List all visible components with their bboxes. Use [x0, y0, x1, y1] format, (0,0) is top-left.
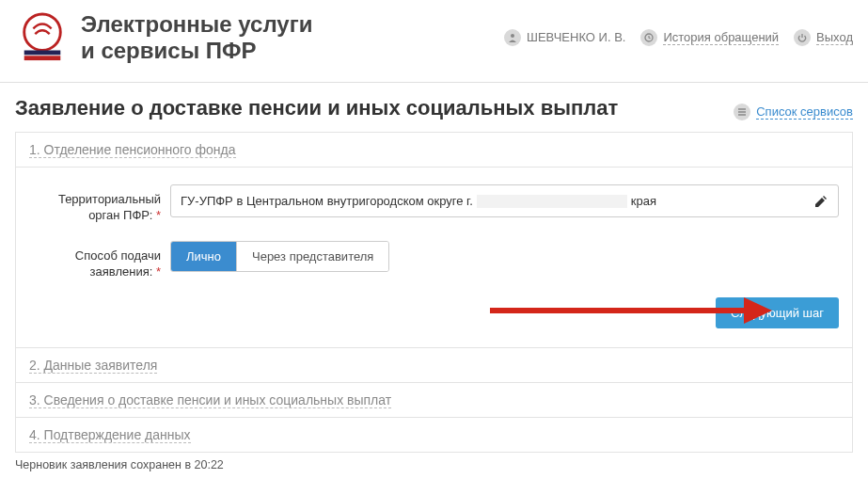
section-1-body: Территориальный орган ПФР: * ГУ-УПФР в Ц… — [16, 168, 852, 348]
next-step-row: Следующий шаг — [29, 297, 839, 328]
section-4-link[interactable]: 4. Подтверждение данных — [29, 427, 191, 443]
section-3-head[interactable]: 3. Сведения о доставке пенсии и иных соц… — [16, 383, 852, 418]
section-1-link[interactable]: 1. Отделение пенсионного фонда — [29, 142, 236, 158]
section-3-link[interactable]: 3. Сведения о доставке пенсии и иных соц… — [29, 392, 391, 408]
next-step-button[interactable]: Следующий шаг — [716, 297, 839, 328]
page-title: Заявление о доставке пенсии и иных социа… — [15, 96, 618, 120]
header-right: ШЕВЧЕНКО И. В. История обращений Выход — [504, 29, 853, 46]
territorial-value-suffix: края — [631, 194, 656, 208]
pfr-logo — [15, 12, 70, 63]
territorial-label: Территориальный орган ПФР: * — [29, 184, 170, 224]
page-header: Электронные услуги и сервисы ПФР ШЕВЧЕНК… — [0, 0, 868, 83]
services-list-link[interactable]: Список сервисов — [734, 104, 853, 120]
services-list-label[interactable]: Список сервисов — [756, 104, 853, 120]
logo-area: Электронные услуги и сервисы ПФР — [15, 11, 312, 63]
row-submission-method: Способ подачи заявления: * Лично Через п… — [29, 241, 839, 280]
user-menu[interactable]: ШЕВЧЕНКО И. В. — [504, 29, 625, 46]
accordion: 1. Отделение пенсионного фонда Территори… — [15, 132, 853, 453]
territorial-value-prefix: ГУ-УПФР в Центральном внутригородском ок… — [181, 194, 473, 208]
section-2-link[interactable]: 2. Данные заявителя — [29, 358, 157, 374]
user-name: ШЕВЧЕНКО И. В. — [527, 30, 625, 44]
svg-rect-2 — [24, 56, 61, 60]
history-link[interactable]: История обращений — [640, 29, 779, 46]
toggle-representative[interactable]: Через представителя — [236, 242, 388, 271]
territorial-input[interactable]: ГУ-УПФР в Центральном внутригородском ок… — [170, 184, 839, 217]
list-icon — [734, 104, 750, 120]
svg-rect-1 — [24, 50, 61, 55]
site-title: Электронные услуги и сервисы ПФР — [81, 11, 312, 63]
submission-label: Способ подачи заявления: * — [29, 241, 170, 280]
svg-point-3 — [511, 34, 514, 38]
logout-label[interactable]: Выход — [816, 30, 853, 45]
history-icon — [640, 29, 657, 46]
row-territorial: Территориальный орган ПФР: * ГУ-УПФР в Ц… — [29, 184, 839, 224]
logout-icon — [794, 29, 811, 46]
draft-saved-text: Черновик заявления сохранен в 20:22 — [15, 458, 853, 471]
section-1-head[interactable]: 1. Отделение пенсионного фонда — [16, 133, 852, 168]
toggle-self[interactable]: Лично — [171, 242, 236, 271]
section-2-head[interactable]: 2. Данные заявителя — [16, 348, 852, 383]
edit-icon[interactable] — [813, 194, 829, 209]
svg-point-0 — [24, 14, 61, 51]
user-icon — [504, 29, 521, 46]
submission-toggle: Лично Через представителя — [170, 241, 389, 272]
page-title-row: Заявление о доставке пенсии и иных социа… — [0, 83, 868, 128]
section-4-head[interactable]: 4. Подтверждение данных — [16, 418, 852, 453]
history-label[interactable]: История обращений — [663, 30, 779, 45]
logout-link[interactable]: Выход — [794, 29, 853, 46]
redacted-segment — [477, 195, 627, 208]
